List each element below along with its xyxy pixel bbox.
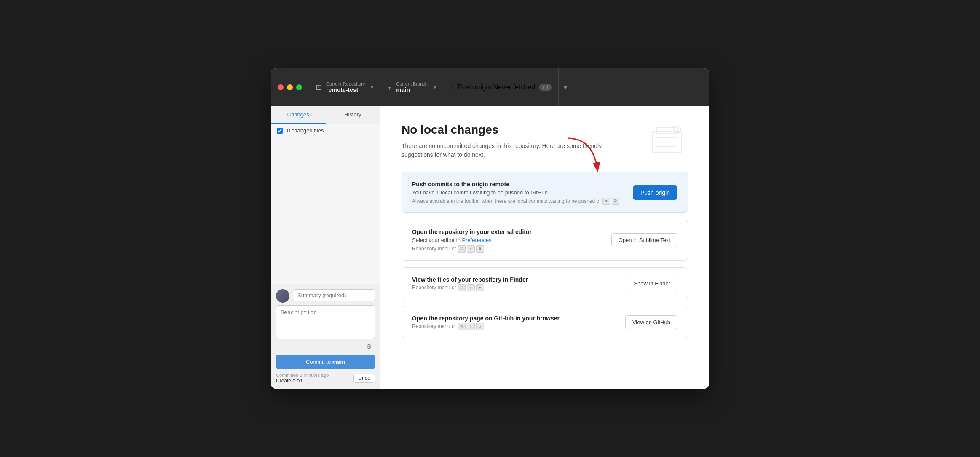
push-keyboard-p: P	[612, 198, 620, 205]
select-all-checkbox[interactable]	[277, 128, 283, 134]
sidebar: Changes History 0 changed files	[271, 106, 380, 389]
github-card-text: Open the repository page on GitHub in yo…	[412, 315, 625, 329]
branch-name: main	[396, 86, 428, 93]
finder-keyboard-f: F	[476, 284, 484, 291]
github-card: Open the repository page on GitHub in yo…	[402, 306, 688, 338]
push-chevron-icon: ▾	[564, 83, 567, 91]
commit-summary-row	[276, 289, 375, 303]
main-area: Changes History 0 changed files	[271, 106, 709, 389]
editor-card-title: Open the repository in your external edi…	[412, 228, 611, 235]
branch-label: Current Branch	[396, 81, 428, 86]
recent-commit-name: Create a.txt	[276, 378, 329, 384]
view-on-github-button[interactable]: View on GitHub	[625, 315, 677, 329]
tab-changes[interactable]: Changes	[271, 106, 326, 124]
editor-card-subtitle: Select your editor in Preferences	[412, 237, 611, 243]
repository-name: remote-test	[326, 86, 365, 93]
editor-card-text: Open the repository in your external edi…	[412, 228, 611, 252]
github-keyboard-g: G	[476, 323, 484, 330]
editor-keyboard-shift: ⇧	[467, 245, 475, 253]
push-sublabel: Never fetched	[493, 83, 535, 91]
recent-commit: Committed 2 minutes ago Create a.txt Und…	[276, 369, 375, 384]
editor-card-hint: Repository menu or ⌘ ⇧ A	[412, 246, 611, 252]
close-button[interactable]	[278, 84, 284, 90]
commit-description-container: ⊕	[276, 305, 375, 352]
branch-icon: ⑂	[387, 83, 392, 92]
repository-text: Current Repository remote-test	[326, 81, 365, 93]
push-origin-content-button[interactable]: Push origin	[633, 185, 677, 200]
tab-history[interactable]: History	[326, 106, 380, 124]
show-in-finder-button[interactable]: Show in Finder	[627, 277, 677, 290]
push-keyboard-shortcut: ⌘	[602, 198, 610, 205]
finder-keyboard-shift: ⇧	[467, 284, 475, 291]
push-card-title: Push commits to the origin remote	[412, 181, 633, 188]
commit-description-input[interactable]	[276, 305, 375, 339]
repository-chevron-icon: ▾	[371, 84, 373, 90]
app-window: ⊡ Current Repository remote-test ▾ ⑂ Cur…	[271, 68, 709, 389]
no-changes-desc: There are no uncommitted changes in this…	[402, 142, 633, 159]
current-repository-section[interactable]: ⊡ Current Repository remote-test ▾	[309, 68, 380, 106]
avatar	[276, 289, 289, 303]
no-changes-title: No local changes	[402, 123, 688, 137]
push-origin-section: ↑ Push origin Never fetched 1 ↑ ▾	[443, 68, 572, 106]
repository-label: Current Repository	[326, 81, 365, 86]
push-commits-card: Push commits to the origin remote You ha…	[402, 172, 688, 213]
github-card-hint: Repository menu or ⌘ ⇧ G	[412, 323, 625, 329]
open-in-sublime-button[interactable]: Open in Sublime Text	[611, 233, 677, 247]
commit-button-branch: main	[332, 359, 345, 365]
push-origin-dropdown[interactable]: ▾	[558, 68, 572, 106]
push-card-subtitle: You have 1 local commit waiting to be pu…	[412, 189, 633, 196]
undo-button[interactable]: Undo	[353, 374, 375, 383]
repository-icon: ⊡	[316, 83, 322, 92]
finder-card: View the files of your repository in Fin…	[402, 267, 688, 299]
recent-commit-info: Committed 2 minutes ago Create a.txt	[276, 373, 329, 384]
no-changes-section: No local changes There are no uncommitte…	[402, 123, 688, 338]
editor-keyboard-a: A	[476, 245, 484, 253]
finder-card-title: View the files of your repository in Fin…	[412, 276, 627, 283]
finder-keyboard-shortcut: ⌘	[458, 284, 466, 291]
commit-button[interactable]: Commit to main	[276, 355, 375, 369]
push-commits-wrapper: Push commits to the origin remote You ha…	[402, 172, 688, 213]
preferences-link[interactable]: Preferences	[462, 237, 492, 243]
avatar-image	[276, 289, 289, 303]
commit-form: ⊕ Commit to main	[276, 289, 375, 369]
editor-card: Open the repository in your external edi…	[402, 220, 688, 261]
github-keyboard-shift: ⇧	[467, 323, 475, 330]
push-icon: ↑	[450, 83, 453, 91]
finder-card-text: View the files of your repository in Fin…	[412, 276, 627, 290]
push-label: Push origin	[458, 83, 491, 91]
finder-card-hint: Repository menu or ⌘ ⇧ F	[412, 285, 627, 290]
sidebar-tabs: Changes History	[271, 106, 380, 124]
push-text: Push origin Never fetched	[458, 83, 535, 91]
github-keyboard-shortcut: ⌘	[458, 323, 466, 330]
push-up-arrow: ↑	[546, 85, 549, 90]
changed-files-count: 0 changed files	[287, 127, 324, 134]
commit-desc-footer: ⊕	[276, 341, 375, 352]
branch-text: Current Branch main	[396, 81, 428, 93]
commit-button-prefix: Commit to	[306, 359, 332, 365]
push-origin-button[interactable]: ↑ Push origin Never fetched 1 ↑	[443, 68, 558, 106]
current-branch-section[interactable]: ⑂ Current Branch main ▾	[380, 68, 443, 106]
commit-summary-input[interactable]	[293, 289, 375, 301]
push-count-badge: 1 ↑	[539, 84, 552, 91]
sidebar-file-list	[271, 137, 380, 284]
sidebar-bottom: ⊕ Commit to main Committed 2 minutes ago…	[271, 284, 380, 389]
recent-commit-label: Committed 2 minutes ago	[276, 373, 329, 378]
titlebar-sections: ⊡ Current Repository remote-test ▾ ⑂ Cur…	[309, 68, 709, 106]
minimize-button[interactable]	[287, 84, 293, 90]
add-coauthor-icon[interactable]: ⊕	[366, 342, 372, 350]
branch-chevron-icon: ▾	[434, 84, 436, 90]
maximize-button[interactable]	[296, 84, 302, 90]
push-card-text: Push commits to the origin remote You ha…	[412, 181, 633, 204]
traffic-lights	[271, 84, 309, 90]
push-count: 1	[542, 85, 545, 90]
titlebar: ⊡ Current Repository remote-test ▾ ⑂ Cur…	[271, 68, 709, 106]
changed-files-row: 0 changed files	[271, 124, 380, 137]
push-card-hint: Always available in the toolbar when the…	[412, 198, 633, 204]
content-area: No local changes There are no uncommitte…	[380, 106, 709, 389]
github-card-title: Open the repository page on GitHub in yo…	[412, 315, 625, 322]
editor-keyboard-shortcut: ⌘	[458, 245, 466, 253]
